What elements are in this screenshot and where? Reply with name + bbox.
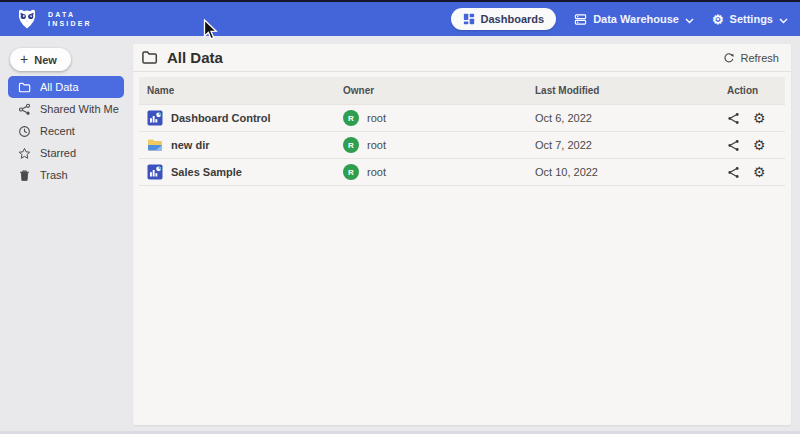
clock-icon xyxy=(18,125,31,138)
dashboards-button[interactable]: Dashboards xyxy=(451,8,557,30)
owner-avatar: R xyxy=(343,164,359,180)
plus-icon: + xyxy=(20,52,28,66)
new-button-label: New xyxy=(34,54,57,66)
database-icon xyxy=(574,13,587,26)
table-row[interactable]: Dashboard Control R root Oct 6, 2022 ⚙ xyxy=(139,104,785,131)
page-title: All Data xyxy=(141,49,223,66)
sidebar-item-shared-with-me[interactable]: Shared With Me xyxy=(8,98,124,120)
owner-name: root xyxy=(367,139,386,151)
chevron-down-icon xyxy=(779,14,788,26)
sidebar-item-label: Recent xyxy=(40,125,75,137)
owner-avatar: R xyxy=(343,137,359,153)
gear-icon[interactable]: ⚙ xyxy=(753,111,766,125)
share-icon xyxy=(18,103,31,116)
sidebar-item-label: Starred xyxy=(40,147,76,159)
table-row[interactable]: Sales Sample R root Oct 10, 2022 ⚙ xyxy=(139,158,785,185)
settings-menu[interactable]: ⚙ Settings xyxy=(712,13,788,26)
files-table: Name Owner Last Modified Action D xyxy=(139,77,785,186)
directory-icon xyxy=(147,137,163,153)
sidebar-item-all-data[interactable]: All Data xyxy=(8,76,124,98)
refresh-label: Refresh xyxy=(740,52,779,64)
sidebar-item-recent[interactable]: Recent xyxy=(8,120,124,142)
column-header-last-modified: Last Modified xyxy=(527,85,723,96)
sidebar-item-starred[interactable]: Starred xyxy=(8,142,124,164)
column-header-action: Action xyxy=(723,85,785,96)
folder-icon xyxy=(141,49,158,66)
refresh-button[interactable]: Refresh xyxy=(723,52,779,64)
sidebar-item-trash[interactable]: Trash xyxy=(8,164,124,186)
refresh-icon xyxy=(723,52,735,64)
top-navbar: DATA INSIDER Dashboards xyxy=(0,0,800,36)
new-button[interactable]: + New xyxy=(10,48,71,71)
share-icon[interactable] xyxy=(727,139,740,152)
column-header-owner: Owner xyxy=(335,85,527,96)
share-icon[interactable] xyxy=(727,166,740,179)
settings-label: Settings xyxy=(730,13,773,25)
trash-icon xyxy=(18,169,31,182)
star-icon xyxy=(18,147,31,160)
gear-icon[interactable]: ⚙ xyxy=(753,165,766,179)
owner-avatar: R xyxy=(343,110,359,126)
file-name: Sales Sample xyxy=(171,166,242,178)
content-card: All Data Refresh Name Owner Last Modifie… xyxy=(133,44,791,425)
folder-icon xyxy=(18,81,31,94)
column-header-name: Name xyxy=(139,85,335,96)
last-modified: Oct 10, 2022 xyxy=(535,166,598,178)
last-modified: Oct 7, 2022 xyxy=(535,139,592,151)
share-icon[interactable] xyxy=(727,112,740,125)
file-name: Dashboard Control xyxy=(171,112,271,124)
dashboards-label: Dashboards xyxy=(481,13,545,25)
sidebar-item-label: Shared With Me xyxy=(40,103,119,115)
data-warehouse-menu[interactable]: Data Warehouse xyxy=(574,13,694,26)
page-title-text: All Data xyxy=(167,49,223,66)
sidebar-item-label: All Data xyxy=(40,81,79,93)
content-header: All Data Refresh xyxy=(133,44,791,72)
app-name: DATA INSIDER xyxy=(48,10,92,28)
chevron-down-icon xyxy=(685,14,694,26)
last-modified: Oct 6, 2022 xyxy=(535,112,592,124)
dashboard-file-icon xyxy=(147,164,163,180)
app-logo[interactable]: DATA INSIDER xyxy=(14,6,92,32)
dashboard-grid-icon xyxy=(463,13,475,25)
sidebar-menu: All Data Shared With Me R xyxy=(0,76,130,186)
table-header-row: Name Owner Last Modified Action xyxy=(139,77,785,104)
sidebar: + New All Data Shared With Me xyxy=(0,36,130,434)
owner-name: root xyxy=(367,112,386,124)
table-bottom-divider xyxy=(139,185,785,186)
data-warehouse-label: Data Warehouse xyxy=(593,13,679,25)
gear-icon[interactable]: ⚙ xyxy=(753,138,766,152)
owl-logo-icon xyxy=(14,6,40,32)
gear-icon: ⚙ xyxy=(712,13,724,26)
owner-name: root xyxy=(367,166,386,178)
file-name: new dir xyxy=(171,139,210,151)
dashboard-file-icon xyxy=(147,110,163,126)
sidebar-item-label: Trash xyxy=(40,169,68,181)
table-row[interactable]: new dir R root Oct 7, 2022 ⚙ xyxy=(139,131,785,158)
